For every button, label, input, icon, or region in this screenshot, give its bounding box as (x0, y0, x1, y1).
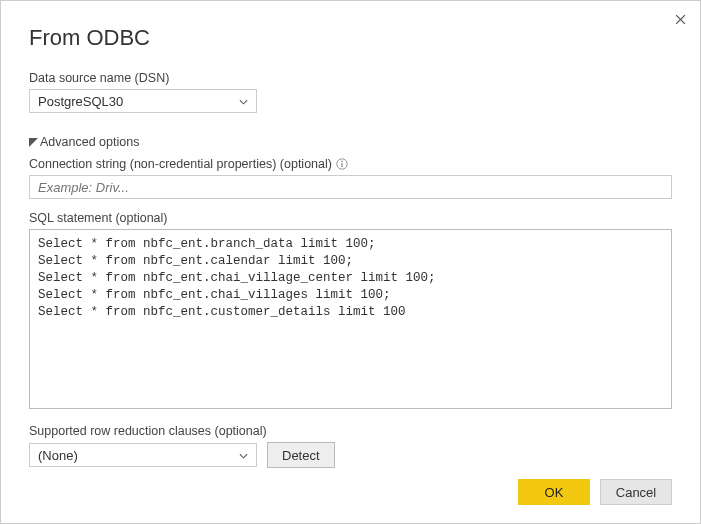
sql-statement-label: SQL statement (optional) (29, 211, 672, 225)
connection-string-label-text: Connection string (non-credential proper… (29, 157, 332, 171)
detect-button[interactable]: Detect (267, 442, 335, 468)
row-reduction-select[interactable]: (None) (29, 443, 257, 467)
expander-arrow-icon (29, 138, 38, 147)
svg-rect-2 (341, 163, 342, 167)
cancel-button[interactable]: Cancel (600, 479, 672, 505)
advanced-options-toggle[interactable]: Advanced options (29, 135, 672, 149)
dsn-select[interactable]: PostgreSQL30 (29, 89, 257, 113)
svg-point-1 (341, 160, 343, 162)
close-button[interactable] (668, 7, 692, 31)
row-reduction-label: Supported row reduction clauses (optiona… (29, 424, 672, 438)
dsn-label: Data source name (DSN) (29, 71, 672, 85)
connection-string-label: Connection string (non-credential proper… (29, 157, 672, 171)
from-odbc-dialog: From ODBC Data source name (DSN) Postgre… (0, 0, 701, 524)
ok-button[interactable]: OK (518, 479, 590, 505)
info-icon[interactable] (336, 158, 348, 170)
row-reduction-value: (None) (38, 448, 78, 463)
connection-string-input[interactable] (29, 175, 672, 199)
close-icon (675, 14, 686, 25)
chevron-down-icon (239, 448, 248, 463)
dialog-title: From ODBC (29, 25, 672, 51)
chevron-down-icon (239, 94, 248, 109)
dsn-value: PostgreSQL30 (38, 94, 123, 109)
dialog-footer: OK Cancel (518, 479, 672, 505)
sql-statement-textarea[interactable] (29, 229, 672, 409)
advanced-options-label: Advanced options (40, 135, 139, 149)
